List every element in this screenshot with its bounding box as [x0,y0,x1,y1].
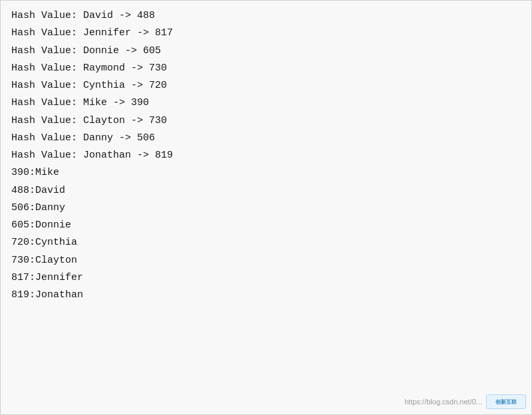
output-line: Hash Value: Clayton -> 730 [11,112,521,130]
output-line: 720:Cynthia [11,234,521,251]
watermark: https://blog.csdn.net/0... 创新互联 [404,394,526,409]
output-lines: Hash Value: David -> 488Hash Value: Jenn… [11,7,521,304]
output-line: Hash Value: David -> 488 [11,7,521,25]
output-line: Hash Value: Jonathan -> 819 [11,147,521,164]
output-line: Hash Value: Mike -> 390 [11,94,521,112]
output-line: 817:Jennifer [11,269,521,287]
watermark-url: https://blog.csdn.net/0... [404,398,482,406]
terminal-window: Hash Value: David -> 488Hash Value: Jenn… [0,0,532,415]
output-line: 605:Donnie [11,217,521,234]
output-line: Hash Value: Cynthia -> 720 [11,77,521,94]
output-line: 730:Clayton [11,252,521,269]
output-line: Hash Value: Raymond -> 730 [11,60,521,77]
output-line: 488:David [11,182,521,200]
output-line: 506:Danny [11,200,521,217]
output-line: Hash Value: Danny -> 506 [11,130,521,147]
watermark-logo: 创新互联 [486,394,526,409]
output-line: Hash Value: Jennifer -> 817 [11,25,521,42]
output-line: 819:Jonathan [11,287,521,304]
output-line: 390:Mike [11,164,521,182]
output-line: Hash Value: Donnie -> 605 [11,43,521,60]
